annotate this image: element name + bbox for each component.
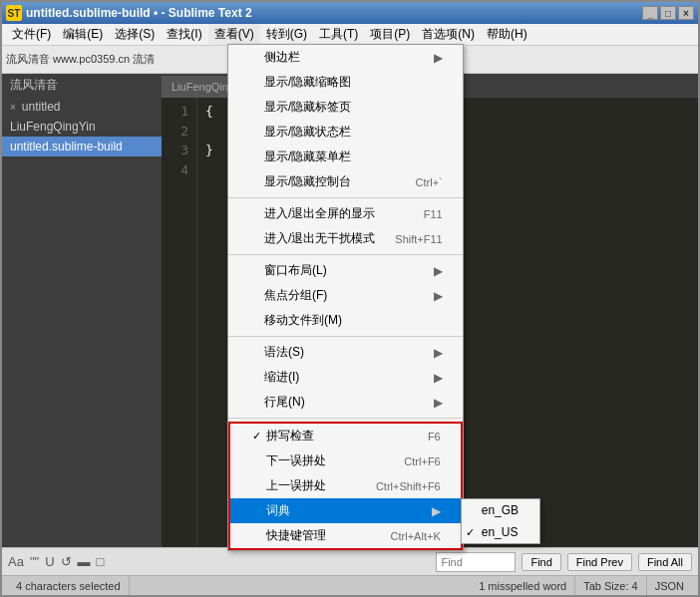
menu-label: en_US [482, 525, 519, 539]
sidebar-label: 流风清音 [10, 77, 58, 94]
menu-view-nexterror[interactable]: 下一误拼处 Ctrl+F6 [230, 448, 461, 473]
find-input[interactable] [436, 552, 516, 572]
sidebar-item-liufengqingyin2[interactable]: LiuFengQingYin [2, 117, 162, 137]
shortcut-label: Shift+F11 [395, 233, 442, 245]
minimize-button[interactable]: _ [642, 6, 658, 20]
selection-status: 4 characters selected [8, 576, 130, 595]
tabsize-status: Tab Size: 4 [575, 576, 646, 595]
menu-select[interactable]: 选择(S) [109, 24, 161, 45]
status-bar: 4 characters selected 1 misspelled word … [2, 575, 698, 595]
menu-edit[interactable]: 编辑(E) [57, 24, 109, 45]
menu-label: 进入/退出无干扰模式 [264, 230, 375, 247]
sidebar-item-liufengqingyin[interactable]: 流风清音 [2, 74, 162, 97]
menu-view-distraction[interactable]: 进入/退出无干扰模式 Shift+F11 [228, 226, 463, 251]
font-icon[interactable]: Aa [8, 554, 24, 569]
undo-icon[interactable]: ↺ [61, 554, 72, 569]
menu-view-preverror[interactable]: 上一误拼处 Ctrl+Shift+F6 [230, 473, 461, 498]
menu-view-dictionary[interactable]: 词典 ▶ en_GB ✓ en_US [230, 498, 461, 523]
menu-file[interactable]: 文件(F) [6, 24, 57, 45]
window-controls: _ □ × [642, 6, 694, 20]
menu-preferences[interactable]: 首选项(N) [416, 24, 481, 45]
menu-view-layout[interactable]: 窗口布局(L) ▶ [228, 258, 463, 283]
menu-view-lineending[interactable]: 行尾(N) ▶ [228, 390, 463, 415]
menu-view-focusgroup[interactable]: 焦点分组(F) ▶ [228, 283, 463, 308]
menu-bar: 文件(F) 编辑(E) 选择(S) 查找(I) 查看(V) 转到(G) 工具(T… [2, 24, 698, 46]
sidebar-item-untitled[interactable]: × untitled [2, 97, 162, 117]
shortcut-label: F6 [428, 431, 441, 443]
sidebar-label: LiuFengQingYin [10, 120, 96, 134]
menu-label: 上一误拼处 [266, 477, 326, 494]
menu-label: 显示/隐藏菜单栏 [264, 149, 351, 165]
menu-goto[interactable]: 转到(G) [260, 24, 313, 45]
menu-view-spellcheck[interactable]: ✓ 拼写检查 F6 [230, 424, 461, 448]
view-menu-dropdown: 侧边栏 ▶ 显示/隐藏缩略图 显示/隐藏标签页 显示/隐藏状态栏 显示/隐藏菜单… [227, 44, 464, 551]
menu-view-minimap[interactable]: 显示/隐藏缩略图 [228, 70, 463, 95]
find-button[interactable]: Find [522, 553, 560, 571]
menu-label: 语法(S) [264, 344, 304, 361]
menu-view-indent[interactable]: 缩进(I) ▶ [228, 365, 463, 390]
spelling-status: 1 misspelled word [471, 576, 575, 595]
menu-tools[interactable]: 工具(T) [313, 24, 364, 45]
close-button[interactable]: × [678, 6, 694, 20]
rect-icon[interactable]: □ [97, 554, 105, 569]
line-number: 4 [170, 160, 188, 180]
arrow-icon: ▶ [434, 51, 443, 65]
menu-label: 移动文件到(M) [264, 312, 342, 329]
menu-label: 显示/隐藏缩略图 [264, 74, 351, 91]
menu-view-statusbar[interactable]: 显示/隐藏状态栏 [228, 120, 463, 145]
check-icon: ✓ [466, 526, 475, 539]
block-icon[interactable]: ▬ [78, 554, 91, 569]
menu-label: 侧边栏 [264, 49, 300, 66]
shortcut-label: F11 [424, 208, 443, 220]
syntax-status: JSON [647, 576, 692, 595]
menu-label: 显示/隐藏控制台 [264, 173, 351, 190]
arrow-icon: ▶ [434, 264, 443, 278]
menu-label: 行尾(N) [264, 394, 305, 411]
menu-label: 缩进(I) [264, 369, 299, 386]
title-bar: ST untitled.sublime-build • - Sublime Te… [2, 2, 698, 24]
arrow-icon: ▶ [434, 396, 443, 410]
menu-view-movefile[interactable]: 移动文件到(M) [228, 308, 463, 333]
dictionary-submenu: en_GB ✓ en_US [461, 498, 540, 544]
arrow-icon: ▶ [432, 504, 441, 518]
arrow-icon: ▶ [434, 289, 443, 303]
menu-label: 显示/隐藏标签页 [264, 99, 351, 116]
case-icon[interactable]: U [45, 554, 54, 569]
menu-view-sidebar[interactable]: 侧边栏 ▶ [228, 45, 463, 70]
menu-label: 焦点分组(F) [264, 287, 327, 304]
maximize-button[interactable]: □ [660, 6, 676, 20]
find-all-button[interactable]: Find All [638, 553, 692, 571]
menu-view-console[interactable]: 显示/隐藏控制台 Ctrl+` [228, 169, 463, 194]
title-bar-left: ST untitled.sublime-build • - Sublime Te… [6, 5, 252, 21]
close-icon[interactable]: × [10, 102, 16, 113]
menu-label: 快捷键管理 [266, 527, 326, 544]
menu-view-syntax[interactable]: 语法(S) ▶ [228, 340, 463, 365]
separator [228, 254, 463, 255]
sidebar-label: untitled.sublime-build [10, 140, 123, 153]
menu-label: 进入/退出全屏的显示 [264, 205, 375, 222]
submenu-en-us[interactable]: ✓ en_US [462, 521, 539, 543]
menu-view-tabs[interactable]: 显示/隐藏标签页 [228, 95, 463, 120]
shortcut-label: Ctrl+Shift+F6 [376, 480, 441, 492]
check-icon: ✓ [252, 430, 261, 443]
find-prev-button[interactable]: Find Prev [567, 553, 632, 571]
arrow-icon: ▶ [434, 346, 443, 360]
sidebar-item-untitled-sublime-build[interactable]: untitled.sublime-build [2, 137, 162, 156]
menu-project[interactable]: 项目(P) [364, 24, 416, 45]
highlight-section: ✓ 拼写检查 F6 下一误拼处 Ctrl+F6 上一误拼处 Ctrl+Shift… [228, 422, 463, 550]
sidebar: 流风清音 × untitled LiuFengQingYin untitled.… [2, 74, 162, 547]
arrow-icon: ▶ [434, 371, 443, 385]
menu-view[interactable]: 查看(V) [208, 24, 260, 45]
shortcut-label: Ctrl+Alt+K [391, 530, 441, 542]
quotes-icon[interactable]: "" [30, 554, 39, 569]
menu-help[interactable]: 帮助(H) [481, 24, 533, 45]
menu-view-menubar[interactable]: 显示/隐藏菜单栏 [228, 145, 463, 169]
menu-view-keybindings[interactable]: 快捷键管理 Ctrl+Alt+K [230, 523, 461, 548]
shortcut-label: Ctrl+` [416, 176, 443, 188]
menu-find[interactable]: 查找(I) [161, 24, 207, 45]
submenu-en-gb[interactable]: en_GB [462, 499, 539, 521]
sidebar-label: untitled [22, 100, 61, 114]
separator [228, 336, 463, 337]
menu-view-fullscreen[interactable]: 进入/退出全屏的显示 F11 [228, 201, 463, 226]
toolbar-text: 流风清音 www.pc0359.cn 流清 [6, 52, 155, 67]
